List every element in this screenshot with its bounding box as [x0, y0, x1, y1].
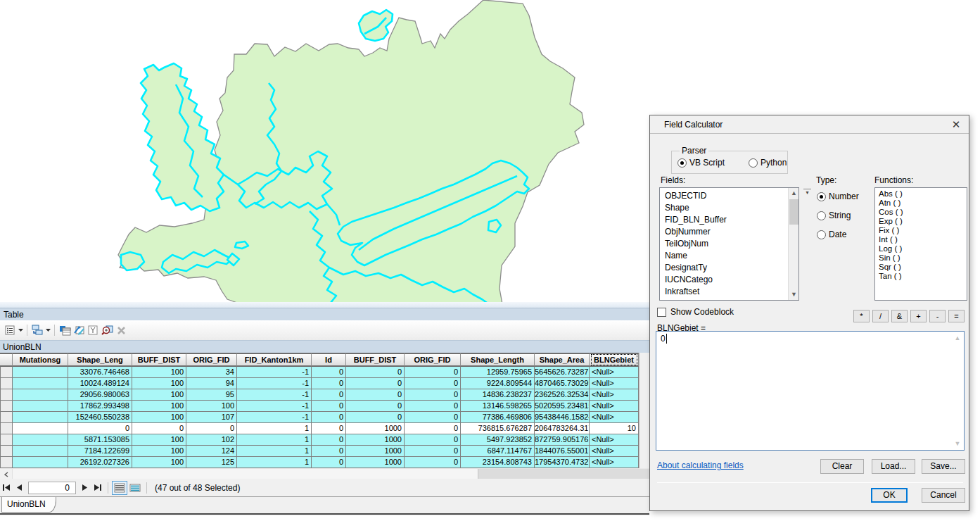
column-header-mutationsg[interactable]: Mutationsg: [13, 353, 68, 367]
radio-icon[interactable]: [817, 192, 826, 201]
clear-button[interactable]: Clear: [820, 459, 864, 474]
type-radio-date[interactable]: Date: [817, 230, 859, 239]
table-cell[interactable]: [13, 446, 68, 457]
list-item[interactable]: Int ( ): [875, 235, 967, 244]
last-record-button[interactable]: [91, 482, 104, 494]
operator-button[interactable]: -: [929, 310, 946, 322]
parser-radio-python[interactable]: Python: [749, 158, 787, 168]
table-cell[interactable]: 0: [405, 423, 461, 434]
table-cell[interactable]: 5020595.234815: [535, 401, 590, 412]
table-cell[interactable]: 100: [132, 412, 186, 423]
row-selector[interactable]: [0, 389, 13, 401]
vertical-scrollbar[interactable]: [639, 353, 649, 468]
table-cell[interactable]: 0: [346, 378, 405, 389]
ok-button[interactable]: OK: [871, 488, 908, 503]
list-item[interactable]: Inkraftset: [660, 286, 798, 298]
tab-unionbln[interactable]: UnionBLN: [1, 497, 56, 513]
operator-button[interactable]: =: [948, 310, 965, 322]
list-item[interactable]: FID_BLN_Buffer: [660, 214, 798, 226]
table-cell[interactable]: <Null>: [590, 378, 639, 389]
table-cell[interactable]: 100: [132, 434, 186, 446]
table-cell[interactable]: [13, 423, 68, 434]
table-cell[interactable]: <Null>: [590, 434, 639, 446]
list-item[interactable]: Cos ( ): [875, 208, 967, 217]
table-cell[interactable]: 9224.809544: [461, 378, 535, 389]
table-cell[interactable]: 872759.905176: [535, 434, 590, 446]
table-cell[interactable]: 33076.746468: [68, 367, 132, 378]
row-selector[interactable]: [0, 446, 13, 457]
table-cell[interactable]: 5645626.732871: [535, 367, 590, 378]
table-cell[interactable]: [13, 457, 68, 468]
delete-selected-icon[interactable]: [115, 324, 127, 337]
table-cell[interactable]: 107: [186, 412, 237, 423]
close-icon[interactable]: ✕: [949, 118, 963, 132]
column-header-buff_dist[interactable]: BUFF_DIST: [132, 353, 186, 367]
table-cell[interactable]: 1844076.55001: [535, 446, 590, 457]
column-header-blngebiet[interactable]: BLNGebiet: [590, 353, 639, 367]
radio-icon[interactable]: [817, 230, 826, 239]
table-cell[interactable]: 1000: [346, 446, 405, 457]
table-row[interactable]: 33076.74646810034-100012959.759655645626…: [0, 367, 639, 378]
table-row[interactable]: 17862.993498100100-100013146.59826550205…: [0, 401, 639, 412]
about-calculating-fields-link[interactable]: About calculating fields: [657, 460, 744, 470]
table-cell[interactable]: 1: [237, 423, 312, 434]
table-cell[interactable]: -1: [237, 367, 312, 378]
list-item[interactable]: Atn ( ): [875, 199, 967, 208]
first-record-button[interactable]: [0, 482, 13, 494]
table-row[interactable]: 29056.98006310095-100014836.238237236252…: [0, 389, 639, 401]
table-cell[interactable]: 12959.75965: [461, 367, 535, 378]
table-cell[interactable]: 100: [132, 389, 186, 401]
table-cell[interactable]: [13, 412, 68, 423]
switch-selection-icon[interactable]: [72, 324, 85, 337]
column-header-orig_fid[interactable]: ORIG_FID: [405, 353, 461, 367]
table-cell[interactable]: 5497.923852: [461, 434, 535, 446]
list-splitter-icon[interactable]: ▾: [803, 189, 811, 195]
radio-icon[interactable]: [817, 211, 826, 220]
row-selector[interactable]: [0, 434, 13, 446]
operator-button[interactable]: +: [910, 310, 927, 322]
table-cell[interactable]: 7184.122699: [68, 446, 132, 457]
table-cell[interactable]: 95438446.158248: [535, 412, 590, 423]
table-cell[interactable]: 0: [312, 457, 346, 468]
scroll-up-icon[interactable]: ▲: [953, 334, 962, 342]
table-cell[interactable]: 0: [346, 412, 405, 423]
table-cell[interactable]: 0: [405, 412, 461, 423]
table-cell[interactable]: 4870465.730295: [535, 378, 590, 389]
table-cell[interactable]: [13, 434, 68, 446]
column-header-buff_dist[interactable]: BUFF_DIST: [346, 353, 405, 367]
table-cell[interactable]: 17862.993498: [68, 401, 132, 412]
fields-scrollbar[interactable]: ▲ ▼: [788, 188, 798, 300]
horizontal-scrollbar[interactable]: [0, 468, 649, 479]
list-item[interactable]: IUCNCatego: [660, 274, 798, 286]
table-cell[interactable]: -1: [237, 378, 312, 389]
table-row[interactable]: 0001010000736815.6762872064783264.317812…: [0, 423, 639, 434]
radio-icon[interactable]: [749, 158, 758, 168]
clear-selection-icon[interactable]: [87, 324, 99, 337]
table-cell[interactable]: [13, 401, 68, 412]
row-selector[interactable]: [0, 401, 13, 412]
table-cell[interactable]: 100: [132, 378, 186, 389]
table-cell[interactable]: 1000: [346, 423, 405, 434]
scrollbar-thumb[interactable]: [789, 199, 798, 225]
table-cell[interactable]: 0: [186, 423, 237, 434]
column-header-fid_kanton1km[interactable]: FID_Kanton1km: [237, 353, 312, 367]
table-row[interactable]: 10024.48912410094-10009224.8095444870465…: [0, 378, 639, 389]
table-cell[interactable]: 100: [186, 401, 237, 412]
column-header-shape_length[interactable]: Shape_Length: [461, 353, 535, 367]
table-cell[interactable]: 0: [405, 401, 461, 412]
show-all-records-button[interactable]: [112, 481, 127, 495]
operator-button[interactable]: *: [853, 310, 870, 322]
table-cell[interactable]: 1: [237, 434, 312, 446]
list-item[interactable]: Abs ( ): [875, 189, 967, 199]
table-cell[interactable]: 77386.469806: [461, 412, 535, 423]
table-cell[interactable]: 0: [312, 446, 346, 457]
save-button[interactable]: Save...: [922, 459, 965, 474]
table-cell[interactable]: <Null>: [590, 401, 639, 412]
list-item[interactable]: Sin ( ): [875, 253, 967, 263]
table-cell[interactable]: 0: [405, 446, 461, 457]
map-view[interactable]: [0, 0, 649, 308]
table-cell[interactable]: 2064783264.317812: [535, 423, 590, 434]
table-cell[interactable]: 10: [590, 423, 639, 434]
table-cell[interactable]: [13, 367, 68, 378]
table-cell[interactable]: 100: [132, 457, 186, 468]
